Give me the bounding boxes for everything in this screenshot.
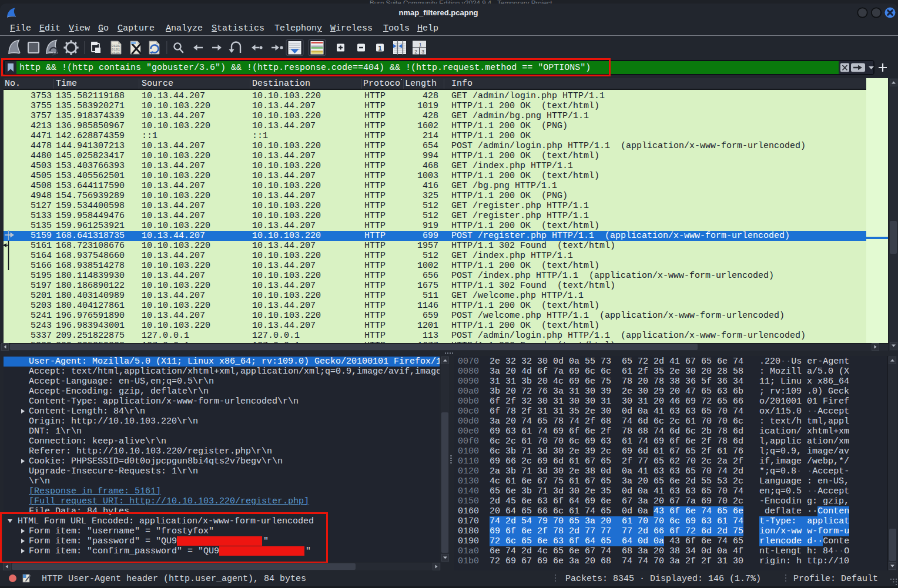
svg-text:0101: 0101 xyxy=(112,51,120,55)
svg-text:1: 1 xyxy=(419,42,422,48)
svg-text:3: 3 xyxy=(421,49,424,55)
svg-text:1: 1 xyxy=(378,45,381,52)
svg-text:2: 2 xyxy=(414,49,417,55)
